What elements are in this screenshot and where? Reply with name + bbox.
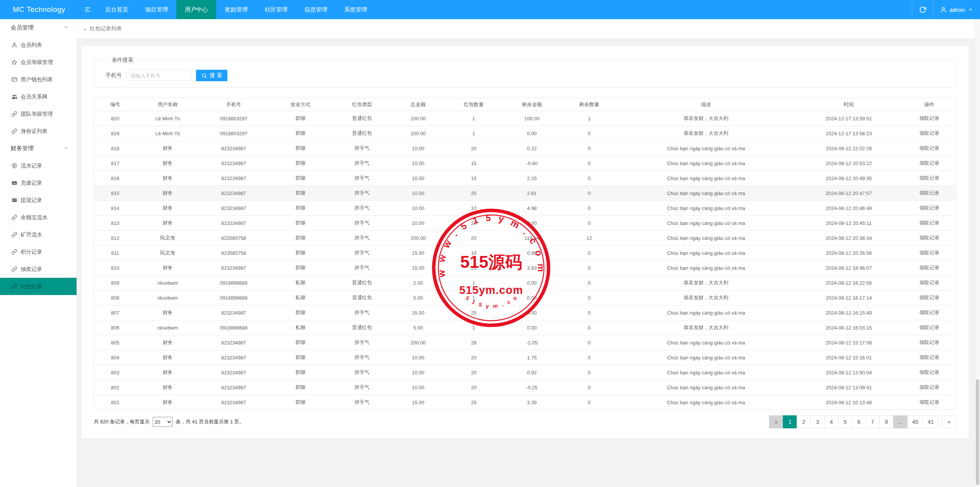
table-cell: 群聊 xyxy=(268,335,333,350)
table-cell: 5.00 xyxy=(391,320,445,335)
content-card: 条件搜索 手机号 搜 索 编号用户名称手机号发送方式红包类型总金额红包数量剩余金… xyxy=(82,46,969,438)
sidebar-item[interactable]: 团队等级管理 xyxy=(0,105,77,123)
sidebar-item[interactable]: 抽奖记录 xyxy=(0,261,77,278)
table-row: 816财务823234987群聊拼手气10.00152.150Chúc bạn … xyxy=(94,171,956,186)
claim-records-link[interactable]: 领取记录 xyxy=(919,130,939,136)
table-cell: 823234987 xyxy=(199,201,268,216)
table-row: 818财务823234987群聊拼手气10.00200.220Chúc bạn … xyxy=(94,141,956,156)
table-cell: Chúc bạn ngày càng giàu có và ma xyxy=(617,231,795,246)
page-button[interactable]: » xyxy=(942,415,956,428)
page-button[interactable]: 7 xyxy=(866,415,880,428)
sidebar-item-label: 会员关系网 xyxy=(21,93,47,100)
nav-item[interactable]: 奖励管理 xyxy=(216,0,256,19)
table-cell: 15.00 xyxy=(391,395,445,410)
claim-records-link[interactable]: 领取记录 xyxy=(919,325,939,330)
nav-item[interactable]: 信息管理 xyxy=(296,0,336,19)
nav-item[interactable]: 后台首页 xyxy=(97,0,137,19)
table-cell-action: 领取记录 xyxy=(903,201,956,216)
table-cell: 200.00 xyxy=(391,335,445,350)
scrollbar-thumb[interactable] xyxy=(976,379,979,485)
table-cell: Chúc bạn ngày càng giàu có và ma xyxy=(617,216,795,231)
page-button[interactable]: 8 xyxy=(879,415,893,428)
sidebar-item-label: 充值记录 xyxy=(21,180,42,187)
table-cell-action: 领取记录 xyxy=(903,350,956,365)
claim-records-link[interactable]: 领取记录 xyxy=(919,205,939,211)
claim-records-link[interactable]: 领取记录 xyxy=(919,310,939,315)
sidebar-item[interactable]: 会员关系网 xyxy=(0,88,77,105)
table-cell: 15 xyxy=(445,171,503,186)
page-button[interactable]: 41 xyxy=(923,415,939,428)
sidebar-item[interactable]: 积分记录 xyxy=(0,243,77,261)
claim-records-link[interactable]: 领取记录 xyxy=(919,190,939,196)
sidebar-item[interactable]: Pay充值记录 xyxy=(0,174,77,192)
nav-item[interactable]: 系统管理 xyxy=(336,0,376,19)
claim-records-link[interactable]: 领取记录 xyxy=(919,399,939,405)
sidebar-group-title[interactable]: 会员管理 xyxy=(0,19,77,36)
table-cell: 823234987 xyxy=(199,156,268,171)
nav-item[interactable]: 社区管理 xyxy=(256,0,296,19)
claim-records-link[interactable]: 领取记录 xyxy=(919,250,939,256)
page-button[interactable]: « xyxy=(769,415,783,428)
search-button[interactable]: 搜 索 xyxy=(196,70,227,81)
claim-records-link[interactable]: 领取记录 xyxy=(919,384,939,390)
table-cell: 1 xyxy=(445,111,503,126)
table-cell: 2024-12-17 13:58:23 xyxy=(795,126,903,141)
table-cell: 3.39 xyxy=(503,395,561,410)
page-button[interactable]: 40 xyxy=(907,415,923,428)
table-cell: 25 xyxy=(445,186,503,201)
table-cell: 15 xyxy=(445,156,503,171)
page-button[interactable]: 3 xyxy=(810,415,825,428)
sidebar-item[interactable]: 用户钱包列表 xyxy=(0,71,77,88)
page-button[interactable]: 6 xyxy=(852,415,866,428)
sidebar-item[interactable]: 红包记录 xyxy=(0,278,77,295)
claim-records-link[interactable]: 领取记录 xyxy=(919,175,939,181)
table-cell-action: 领取记录 xyxy=(903,395,956,410)
sidebar-item[interactable]: 会员等级管理 xyxy=(0,54,77,71)
claim-records-link[interactable]: 领取记录 xyxy=(919,339,939,345)
claim-records-link[interactable]: 领取记录 xyxy=(919,220,939,226)
sidebar: 会员管理会员列表会员等级管理用户钱包列表会员关系网团队等级管理身份证列表财务管理… xyxy=(0,19,77,487)
sidebar-item[interactable]: 提现记录 xyxy=(0,192,77,209)
claim-records-link[interactable]: 领取记录 xyxy=(919,295,939,300)
sidebar-item[interactable]: 流水记录 xyxy=(0,157,77,174)
table-cell: nksxbwm xyxy=(136,275,199,290)
per-page-select[interactable]: 20 xyxy=(153,417,173,427)
claim-records-link[interactable]: 领取记录 xyxy=(919,354,939,360)
search-panel: 条件搜索 手机号 搜 索 xyxy=(94,57,956,88)
page-button[interactable]: 4 xyxy=(824,415,838,428)
user-menu[interactable]: admin xyxy=(933,0,980,19)
claim-records-link[interactable]: 领取记录 xyxy=(919,115,939,121)
phone-input[interactable] xyxy=(126,70,191,81)
table-cell: 财务 xyxy=(136,380,199,395)
nav-item[interactable]: 用户中心 xyxy=(176,0,216,19)
sidebar-item[interactable]: 会员列表 xyxy=(0,36,77,54)
table-cell-action: 领取记录 xyxy=(903,261,956,275)
sidebar-item[interactable]: 矿币流水 xyxy=(0,226,77,243)
page-button[interactable]: ... xyxy=(893,415,908,428)
menu-toggle-icon[interactable] xyxy=(78,0,97,19)
nav-item[interactable]: 项目管理 xyxy=(137,0,176,19)
claim-records-link[interactable]: 领取记录 xyxy=(919,265,939,271)
table-cell: 拼手气 xyxy=(333,305,391,320)
page-button-current[interactable]: 1 xyxy=(783,415,797,428)
refresh-button[interactable] xyxy=(912,0,933,19)
table-cell: 0.00 xyxy=(503,290,561,305)
table-cell: 0 xyxy=(561,156,617,171)
claim-records-link[interactable]: 领取记录 xyxy=(919,160,939,166)
claim-records-link[interactable]: 领取记录 xyxy=(919,145,939,151)
table-row: 820Lê Minh Trị0918803297群聊普通红包100.001100… xyxy=(94,111,956,126)
claim-records-link[interactable]: 领取记录 xyxy=(919,280,939,285)
sidebar-item[interactable]: 余额宝流水 xyxy=(0,209,77,226)
table-cell: 809 xyxy=(94,275,136,290)
sidebar-item[interactable]: 身份证列表 xyxy=(0,123,77,140)
table-cell: 拼手气 xyxy=(333,335,391,350)
table-cell: 拼手气 xyxy=(333,171,391,186)
sidebar-group-title[interactable]: 财务管理 xyxy=(0,140,77,157)
table-cell: 0 xyxy=(561,171,617,186)
claim-records-link[interactable]: 领取记录 xyxy=(919,235,939,241)
page-button[interactable]: 2 xyxy=(797,415,811,428)
page-button[interactable]: 5 xyxy=(838,415,852,428)
claim-records-link[interactable]: 领取记录 xyxy=(919,369,939,375)
table-cell: 811 xyxy=(94,246,136,261)
table-cell: 1 xyxy=(445,290,503,305)
